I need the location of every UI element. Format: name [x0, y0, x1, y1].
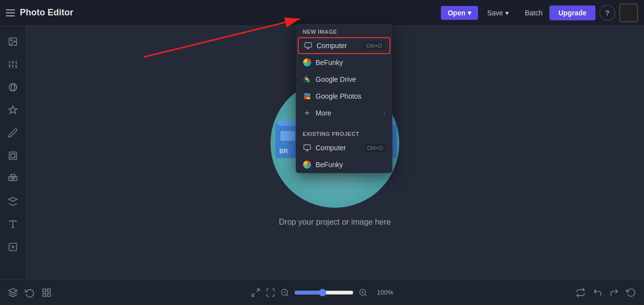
open-googlephotos-new[interactable]: Google Photos [296, 88, 392, 105]
sidebar-item-artsy[interactable] [3, 237, 23, 257]
open-befunky-new[interactable]: BeFunky [296, 54, 392, 71]
undo-icon[interactable] [592, 288, 602, 298]
svg-rect-23 [280, 131, 295, 141]
computer-existing-icon [303, 143, 312, 152]
sidebar-item-graphics[interactable] [3, 191, 23, 211]
googledrive-new-icon [303, 75, 312, 84]
befunky-new-icon [303, 58, 312, 67]
reset-icon[interactable] [626, 288, 636, 298]
sidebar-item-effects[interactable] [3, 77, 23, 97]
app-title: Photo Editor [20, 7, 73, 18]
open-computer-existing[interactable]: Computer Ctrl+O [296, 139, 392, 156]
googlephotos-new-icon [303, 92, 312, 101]
bottombar-center: 100% [251, 288, 393, 298]
open-chevron-icon: ▾ [468, 9, 471, 17]
existing-project-section-label: Existing Project [296, 126, 392, 139]
mirror-icon[interactable] [576, 288, 586, 298]
history-icon[interactable] [25, 288, 35, 298]
svg-rect-31 [48, 289, 51, 292]
svg-rect-30 [43, 289, 46, 292]
sidebar-item-text[interactable] [3, 214, 23, 234]
more-new-label: More [316, 109, 331, 117]
svg-rect-32 [43, 293, 46, 296]
topbar-center: Open ▾ Save ▾ Batch [441, 6, 550, 20]
save-label: Save [487, 9, 503, 17]
help-label: ? [605, 9, 610, 17]
open-computer-existing-left: Computer [303, 143, 346, 152]
svg-rect-13 [9, 152, 16, 160]
hamburger-menu-icon[interactable] [6, 9, 15, 16]
sidebar-item-retouch[interactable] [3, 123, 23, 143]
drop-text: Drop your project or image here [279, 218, 391, 227]
open-befunky-existing-left: BeFunky [303, 160, 343, 169]
topbar-left: Photo Editor [6, 7, 441, 18]
grid-icon[interactable] [42, 288, 52, 298]
svg-line-37 [286, 294, 288, 296]
svg-line-40 [365, 294, 366, 296]
zoom-value: 100% [373, 289, 393, 296]
more-chevron-icon: › [383, 110, 385, 116]
upgrade-button[interactable]: Upgrade [549, 5, 595, 20]
sidebar-item-overlays[interactable] [3, 169, 23, 188]
sidebar [0, 26, 26, 279]
fullscreen-icon[interactable] [266, 288, 275, 298]
topbar-right: Upgrade ? [549, 3, 638, 22]
batch-label: Batch [525, 9, 542, 17]
help-button[interactable]: ? [599, 5, 615, 21]
open-googledrive-new[interactable]: Google Drive [296, 71, 392, 88]
open-befunky-existing[interactable]: BeFunky [296, 156, 392, 173]
upgrade-label: Upgrade [558, 9, 587, 17]
svg-text:BR: BR [279, 148, 288, 155]
svg-marker-29 [9, 288, 17, 292]
dropdown-divider [296, 123, 392, 124]
sidebar-item-touch-up[interactable] [3, 100, 23, 120]
sidebar-item-image[interactable] [3, 32, 23, 52]
topbar: Photo Editor Open ▾ Save ▾ Batch Upgrade… [0, 0, 644, 26]
open-dropdown-menu: New Image Computer Ctrl+O BeFunky [296, 24, 392, 173]
svg-rect-33 [48, 293, 51, 296]
svg-rect-14 [10, 154, 14, 158]
open-googledrive-new-left: Google Drive [303, 75, 356, 84]
new-image-section-label: New Image [296, 24, 392, 37]
fit-screen-icon[interactable] [251, 288, 261, 298]
open-computer-new-left: Computer [304, 41, 347, 50]
open-googlephotos-new-left: Google Photos [303, 92, 362, 101]
bottombar-right [576, 288, 636, 298]
open-button[interactable]: Open ▾ [441, 6, 479, 20]
save-button[interactable]: Save ▾ [480, 6, 516, 20]
befunky-new-label: BeFunky [316, 59, 343, 66]
svg-line-35 [252, 293, 255, 296]
open-more-new[interactable]: + More › [296, 105, 392, 122]
zoom-in-icon[interactable] [359, 288, 368, 297]
bottombar: 100% [0, 279, 644, 305]
zoom-out-icon[interactable] [280, 288, 289, 297]
computer-existing-shortcut: Ctrl+O [365, 144, 385, 152]
sidebar-item-frames[interactable] [3, 146, 23, 166]
computer-new-label: Computer [317, 42, 347, 50]
open-befunky-new-left: BeFunky [303, 58, 343, 67]
svg-rect-47 [304, 145, 310, 149]
save-chevron-icon: ▾ [505, 9, 509, 17]
layers-icon[interactable] [8, 288, 18, 298]
more-new-icon: + [303, 109, 312, 118]
open-label: Open [448, 9, 466, 17]
computer-new-icon [304, 41, 313, 50]
befunky-existing-icon [303, 160, 312, 169]
avatar[interactable] [619, 3, 638, 22]
googledrive-new-label: Google Drive [316, 75, 356, 83]
svg-point-12 [11, 84, 14, 91]
svg-point-1 [10, 40, 11, 41]
googlephotos-new-label: Google Photos [316, 92, 362, 100]
befunky-existing-label: BeFunky [316, 161, 343, 169]
computer-existing-label: Computer [316, 144, 346, 152]
bottombar-left [8, 288, 52, 298]
zoom-slider[interactable] [294, 289, 354, 297]
svg-line-34 [257, 289, 260, 292]
open-more-new-left: + More [303, 109, 331, 118]
redo-icon[interactable] [609, 288, 619, 298]
computer-new-shortcut: Ctrl+O [364, 42, 384, 50]
open-computer-new[interactable]: Computer Ctrl+O [298, 37, 390, 54]
svg-rect-43 [305, 43, 311, 47]
sidebar-item-adjustments[interactable] [3, 55, 23, 74]
batch-button[interactable]: Batch [518, 6, 549, 20]
